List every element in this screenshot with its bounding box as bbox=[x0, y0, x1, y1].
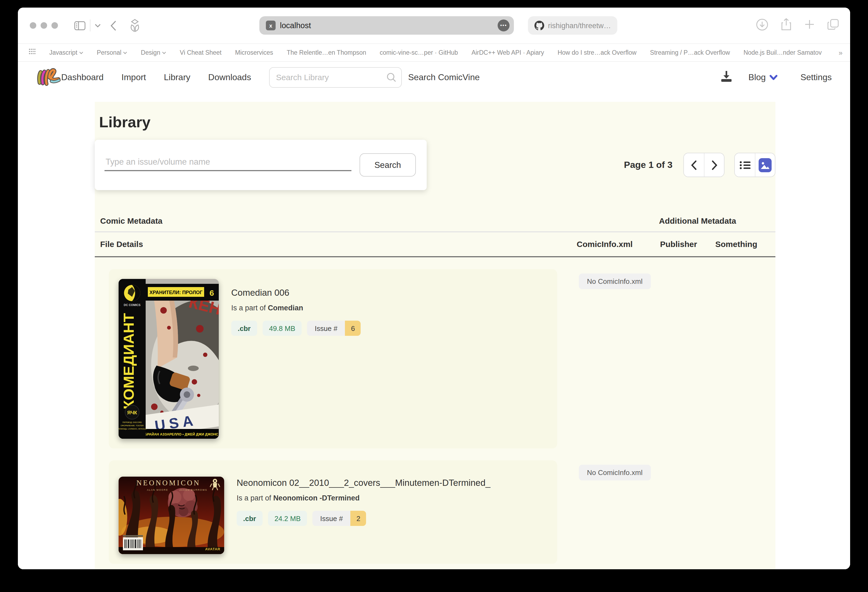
github-icon bbox=[534, 21, 544, 30]
next-page-button[interactable] bbox=[704, 153, 724, 177]
bookmark-folder-personal[interactable]: Personal bbox=[97, 49, 127, 56]
column-header-file-details: File Details bbox=[100, 239, 143, 249]
back-button-icon[interactable] bbox=[111, 20, 117, 31]
table-row: КЕН bbox=[95, 269, 775, 449]
sidebar-chevron-icon[interactable] bbox=[95, 24, 101, 27]
previous-page-button[interactable] bbox=[684, 153, 704, 177]
url-text[interactable]: localhost bbox=[280, 21, 497, 30]
new-tab-icon[interactable] bbox=[804, 19, 815, 32]
cover-dc-text: DC COMICS bbox=[124, 303, 140, 307]
cover-spine-title: КОМЕДИАНТ bbox=[121, 313, 137, 409]
bookmark-item[interactable]: Streaming / P…ack Overflow bbox=[650, 49, 730, 56]
cover-credit-line: ПОМОЩЬ: LIVINDOC, MYKOLA bbox=[119, 428, 146, 430]
bookmarks-bar: Javascript Personal Design Vi Cheat Shee… bbox=[18, 43, 850, 62]
bookmark-folder-javascript[interactable]: Javascript bbox=[49, 49, 83, 56]
file-size-badge: 24.2 MB bbox=[268, 511, 307, 526]
page-options-icon[interactable]: ••• bbox=[497, 19, 509, 31]
library-search-card: Search bbox=[95, 140, 427, 190]
window-zoom-button[interactable] bbox=[52, 22, 58, 29]
list-icon bbox=[740, 161, 750, 169]
comic-cover-art[interactable]: КЕН bbox=[119, 279, 219, 439]
comic-title[interactable]: Comedian 006 bbox=[231, 288, 361, 298]
series-name: Comedian bbox=[268, 304, 303, 312]
blog-menu[interactable]: Blog bbox=[748, 72, 778, 82]
issue-volume-search-input[interactable] bbox=[105, 154, 351, 171]
nav-library[interactable]: Library bbox=[164, 72, 190, 82]
cover-credit-line: ПЕРЕВОД: DISCORD bbox=[123, 421, 142, 424]
nav-downloads[interactable]: Downloads bbox=[208, 72, 251, 82]
downloads-icon[interactable] bbox=[756, 18, 768, 33]
table-column-headers: File Details ComicInfo.xml Publisher Som… bbox=[95, 232, 775, 256]
library-container: Library Search Page 1 of 3 bbox=[95, 102, 775, 569]
view-toggle bbox=[734, 153, 775, 177]
gallery-view-button[interactable] bbox=[755, 153, 775, 177]
bookmark-item[interactable]: How do I stre…ack Overflow bbox=[558, 49, 636, 56]
github-shortcut-label: rishighan/threetw… bbox=[548, 21, 611, 30]
part-of-label: Is a part of bbox=[231, 304, 266, 312]
comic-cover-art[interactable]: NEONOMICON ALAN MOORE JACEN BURROWS bbox=[119, 477, 224, 554]
header-divider-strong bbox=[95, 256, 775, 257]
bookmark-item[interactable]: Node.js Buil…nder Samatov bbox=[744, 49, 822, 56]
file-ext-badge: .cbr bbox=[237, 511, 263, 526]
search-button[interactable]: Search bbox=[360, 153, 416, 177]
bookmark-item[interactable]: Vi Cheat Sheet bbox=[180, 49, 221, 56]
series-line: Is a part of Comedian bbox=[231, 304, 361, 312]
cover-top-banner: ХРАНИТЕЛИ: ПРОЛОГ bbox=[149, 289, 202, 295]
chevron-down-icon bbox=[769, 74, 778, 80]
nav-import[interactable]: Import bbox=[121, 72, 146, 82]
window-close-button[interactable] bbox=[30, 22, 36, 29]
github-pinned-tab[interactable]: rishighan/threetw… bbox=[528, 16, 617, 35]
column-header-publisher: Publisher bbox=[660, 239, 697, 249]
group-header-additional-metadata: Additional Metadata bbox=[659, 216, 736, 225]
issue-number-badge: Issue # 6 bbox=[307, 320, 361, 336]
bookmark-item[interactable]: The Relentle…en Thompson bbox=[287, 49, 366, 56]
cover-author-right: JACEN BURROWS bbox=[179, 489, 207, 491]
bookmark-item[interactable]: comic-vine-sc…per · GitHub bbox=[380, 49, 458, 56]
comicinfo-status-badge: No ComicInfo.xml bbox=[579, 273, 651, 289]
download-queue-icon[interactable] bbox=[721, 71, 732, 84]
group-header-comic-metadata: Comic Metadata bbox=[100, 216, 162, 225]
bookmark-item[interactable]: Microservices bbox=[235, 49, 273, 56]
bookmark-item[interactable]: AirDC++ Web API · Apiary bbox=[471, 49, 544, 56]
reader-box-icon[interactable] bbox=[128, 19, 141, 32]
part-of-label: Is a part of bbox=[237, 494, 271, 502]
library-quick-search-input[interactable] bbox=[269, 67, 402, 87]
address-bar[interactable]: x localhost ••• bbox=[259, 16, 514, 35]
nav-settings[interactable]: Settings bbox=[800, 72, 832, 82]
tab-overview-icon[interactable] bbox=[827, 18, 839, 32]
bookmarks-overflow-chevron[interactable]: » bbox=[839, 49, 843, 57]
table-row: NEONOMICON ALAN MOORE JACEN BURROWS bbox=[95, 461, 775, 564]
app-logo[interactable] bbox=[36, 66, 61, 88]
window-minimize-button[interactable] bbox=[41, 22, 47, 29]
cover-issue-number: 6 bbox=[210, 288, 214, 297]
favorites-grid-icon[interactable] bbox=[29, 48, 36, 58]
toolbar-divider bbox=[90, 19, 90, 31]
page-content: Library Search Page 1 of 3 bbox=[18, 92, 850, 569]
browser-window: x localhost ••• rishighan/threetw… bbox=[18, 7, 850, 569]
comic-card[interactable]: NEONOMICON ALAN MOORE JACEN BURROWS bbox=[109, 461, 557, 564]
list-view-button[interactable] bbox=[735, 153, 755, 177]
column-header-something: Something bbox=[715, 239, 757, 249]
nav-dashboard[interactable]: Dashboard bbox=[61, 72, 104, 82]
file-ext-badge: .cbr bbox=[231, 320, 257, 336]
table-group-headers: Comic Metadata Additional Metadata bbox=[95, 212, 775, 231]
bookmark-folder-design[interactable]: Design bbox=[141, 49, 166, 56]
comic-title[interactable]: Neonomicon 02__2010___2_covers___Minutem… bbox=[237, 478, 490, 488]
sidebar-toggle-icon[interactable] bbox=[74, 21, 86, 30]
search-icon bbox=[386, 72, 396, 82]
cover-publisher-text: AVATAR bbox=[205, 547, 220, 551]
cover-group-logo: ЯЧК bbox=[127, 410, 137, 415]
cover-author-left: ALAN MOORE bbox=[147, 489, 168, 491]
pagination-controls bbox=[683, 153, 725, 177]
pagination-label: Page 1 of 3 bbox=[624, 159, 673, 170]
cover-authors-text: БРАЙАН АЗЗАРЕЛЛО • ДЖЕЙ ДЖИ ДЖОНС bbox=[145, 432, 218, 436]
browser-toolbar: x localhost ••• rishighan/threetw… bbox=[18, 7, 850, 43]
comicinfo-status-badge: No ComicInfo.xml bbox=[579, 465, 651, 480]
extension-badge-icon[interactable]: x bbox=[266, 21, 276, 30]
share-icon[interactable] bbox=[781, 18, 792, 33]
comic-card[interactable]: КЕН bbox=[109, 269, 557, 449]
cover-title-text: NEONOMICON bbox=[136, 479, 201, 487]
search-comicvine-link[interactable]: Search ComicVine bbox=[408, 72, 480, 82]
issue-number-badge: Issue # 2 bbox=[313, 511, 366, 526]
app-header: Dashboard Import Library Downloads Searc… bbox=[18, 62, 850, 93]
